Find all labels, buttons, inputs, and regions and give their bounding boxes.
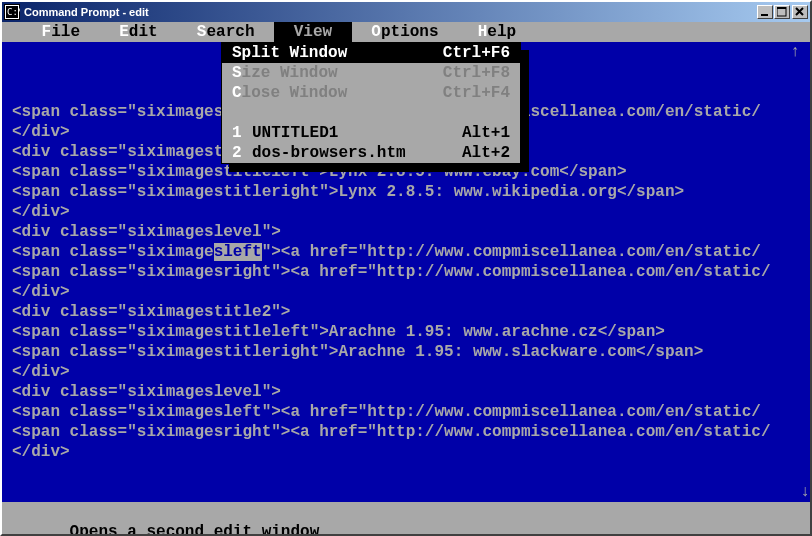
svg-text:C:\: C:\ <box>7 7 20 17</box>
dos-screen: File Edit Search View Options Help C:\P-… <box>2 22 810 534</box>
close-button[interactable] <box>792 5 808 19</box>
app-window: C:\ Command Prompt - edit File Edit Sear… <box>0 0 812 536</box>
menu-separator <box>222 103 520 123</box>
window-title: Command Prompt - edit <box>24 6 756 18</box>
editor-line[interactable]: <span class="siximagesright"><a href="ht… <box>12 262 800 282</box>
cmd-icon: C:\ <box>4 4 20 20</box>
menu-edit[interactable]: Edit <box>100 22 178 42</box>
editor-line[interactable]: </div> <box>12 442 800 462</box>
editor-line[interactable]: <span class="siximagesleft"><a href="htt… <box>12 242 800 262</box>
editor-line[interactable]: <span class="siximagesright"><a href="ht… <box>12 422 800 442</box>
svg-rect-4 <box>761 14 768 16</box>
editor-line[interactable]: <div class="siximagestitle2"> <box>12 302 800 322</box>
menu-item-close-window: Close WindowCtrl+F4 <box>222 83 520 103</box>
editor-line[interactable]: </div> <box>12 282 800 302</box>
editor-line[interactable]: </div> <box>12 202 800 222</box>
maximize-button[interactable] <box>774 5 790 19</box>
scroll-up-icon[interactable]: ↑ <box>790 42 800 62</box>
menu-window-1[interactable]: 1UNTITLED1Alt+1 <box>222 123 520 143</box>
scroll-down-icon[interactable]: ↓ <box>800 482 810 502</box>
window-controls <box>756 5 808 19</box>
view-dropdown: Split WindowCtrl+F6Size WindowCtrl+F8Clo… <box>221 42 521 164</box>
status-bar: Opens a second edit window <box>2 502 810 522</box>
menu-item-split-window[interactable]: Split WindowCtrl+F6 <box>222 43 520 63</box>
menu-file[interactable]: File <box>22 22 100 42</box>
editor-line[interactable]: <span class="siximagestitleright">Arachn… <box>12 342 800 362</box>
menu-window-2[interactable]: 2dos-browsers.htmAlt+2 <box>222 143 520 163</box>
status-text: Opens a second edit window <box>70 523 320 534</box>
menubar: File Edit Search View Options Help <box>2 22 810 42</box>
editor-line[interactable]: </div> <box>12 362 800 382</box>
editor-line[interactable]: <span class="siximagestitleleft">Arachne… <box>12 322 800 342</box>
editor-line[interactable] <box>12 482 800 502</box>
editor-line[interactable]: <div class="siximageslevel"> <box>12 222 800 242</box>
menu-view[interactable]: View <box>274 22 352 42</box>
titlebar[interactable]: C:\ Command Prompt - edit <box>2 2 810 22</box>
editor-line[interactable]: <span class="siximagestitleleft">Lynx 2.… <box>12 162 800 182</box>
editor-line[interactable]: <span class="siximagesleft"><a href="htt… <box>12 402 800 422</box>
svg-rect-6 <box>777 7 786 9</box>
menu-search[interactable]: Search <box>177 22 274 42</box>
menu-options[interactable]: Options <box>352 22 458 42</box>
menu-item-size-window: Size WindowCtrl+F8 <box>222 63 520 83</box>
menu-help[interactable]: Help <box>458 22 536 42</box>
editor-line[interactable]: <div class="siximageslevel"> <box>12 382 800 402</box>
editor-line[interactable]: <span class="siximagestitleright">Lynx 2… <box>12 182 800 202</box>
minimize-button[interactable] <box>757 5 773 19</box>
editor-line[interactable] <box>12 462 800 482</box>
